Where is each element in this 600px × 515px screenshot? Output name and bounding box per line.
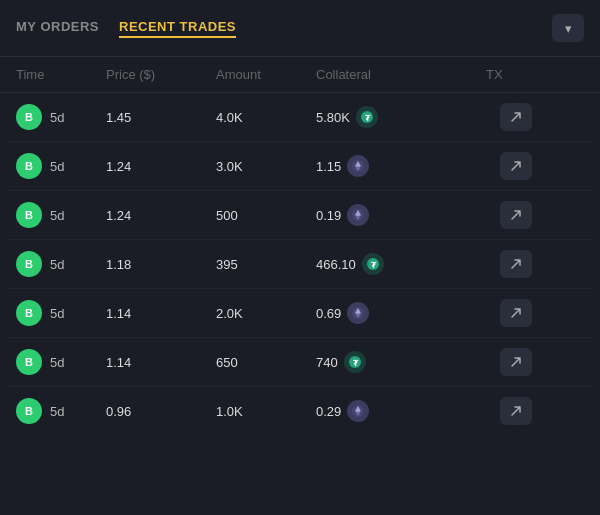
tx-link-button[interactable] <box>500 299 532 327</box>
trades-list: B 5d 1.45 4.0K 5.80K ₮ <box>0 93 600 435</box>
trade-time: 5d <box>50 404 64 419</box>
trade-row: B 5d 1.24 3.0K 1.15 <box>8 142 592 191</box>
tab-recent-trades[interactable]: RECENT TRADES <box>119 19 236 38</box>
tx-cell <box>486 152 546 180</box>
tx-link-button[interactable] <box>500 103 532 131</box>
trade-price: 1.45 <box>106 110 216 125</box>
col-tx: TX <box>486 67 546 82</box>
tx-cell <box>486 250 546 278</box>
chevron-down-icon: ▾ <box>565 21 572 36</box>
time-cell: B 5d <box>16 251 106 277</box>
collateral-value: 1.15 <box>316 159 341 174</box>
col-amount: Amount <box>216 67 316 82</box>
buy-badge: B <box>16 153 42 179</box>
tx-link-button[interactable] <box>500 348 532 376</box>
tether-icon: ₮ <box>362 253 384 275</box>
time-cell: B 5d <box>16 300 106 326</box>
buy-badge: B <box>16 251 42 277</box>
collateral-value: 0.29 <box>316 404 341 419</box>
trade-row: B 5d 0.96 1.0K 0.29 <box>8 387 592 435</box>
trade-collateral: 740 ₮ <box>316 351 486 373</box>
tether-icon: ₮ <box>356 106 378 128</box>
trade-row: B 5d 1.14 2.0K 0.69 <box>8 289 592 338</box>
trade-collateral: 0.29 <box>316 400 486 422</box>
tab-group: MY ORDERS RECENT TRADES <box>16 19 236 38</box>
trade-price: 1.24 <box>106 159 216 174</box>
eth-icon <box>347 302 369 324</box>
trade-collateral: 1.15 <box>316 155 486 177</box>
trade-time: 5d <box>50 257 64 272</box>
eth-icon <box>347 155 369 177</box>
trade-time: 5d <box>50 110 64 125</box>
tx-cell <box>486 201 546 229</box>
trade-amount: 650 <box>216 355 316 370</box>
trade-row: B 5d 1.45 4.0K 5.80K ₮ <box>8 93 592 142</box>
trade-price: 1.14 <box>106 306 216 321</box>
trade-time: 5d <box>50 159 64 174</box>
tx-link-button[interactable] <box>500 397 532 425</box>
trade-price: 1.24 <box>106 208 216 223</box>
trade-amount: 1.0K <box>216 404 316 419</box>
collateral-value: 466.10 <box>316 257 356 272</box>
trade-collateral: 0.19 <box>316 204 486 226</box>
dropdown-button[interactable]: ▾ <box>552 14 584 42</box>
trade-time: 5d <box>50 208 64 223</box>
trade-time: 5d <box>50 355 64 370</box>
trade-row: B 5d 1.14 650 740 ₮ <box>8 338 592 387</box>
collateral-value: 5.80K <box>316 110 350 125</box>
trade-amount: 395 <box>216 257 316 272</box>
trade-time: 5d <box>50 306 64 321</box>
tx-link-button[interactable] <box>500 201 532 229</box>
tx-cell <box>486 103 546 131</box>
col-time: Time <box>16 67 106 82</box>
time-cell: B 5d <box>16 153 106 179</box>
collateral-value: 740 <box>316 355 338 370</box>
trade-price: 1.14 <box>106 355 216 370</box>
eth-icon <box>347 204 369 226</box>
tab-my-orders[interactable]: MY ORDERS <box>16 19 99 38</box>
time-cell: B 5d <box>16 202 106 228</box>
buy-badge: B <box>16 104 42 130</box>
trade-amount: 2.0K <box>216 306 316 321</box>
trade-collateral: 0.69 <box>316 302 486 324</box>
tx-cell <box>486 397 546 425</box>
trade-collateral: 466.10 ₮ <box>316 253 486 275</box>
col-price: Price ($) <box>106 67 216 82</box>
column-headers: Time Price ($) Amount Collateral TX <box>0 57 600 93</box>
trade-collateral: 5.80K ₮ <box>316 106 486 128</box>
buy-badge: B <box>16 202 42 228</box>
collateral-value: 0.69 <box>316 306 341 321</box>
trade-row: B 5d 1.24 500 0.19 <box>8 191 592 240</box>
buy-badge: B <box>16 300 42 326</box>
buy-badge: B <box>16 349 42 375</box>
collateral-value: 0.19 <box>316 208 341 223</box>
tether-icon: ₮ <box>344 351 366 373</box>
tx-cell <box>486 299 546 327</box>
time-cell: B 5d <box>16 398 106 424</box>
trade-amount: 500 <box>216 208 316 223</box>
tx-link-button[interactable] <box>500 152 532 180</box>
tx-cell <box>486 348 546 376</box>
trade-amount: 4.0K <box>216 110 316 125</box>
tx-link-button[interactable] <box>500 250 532 278</box>
time-cell: B 5d <box>16 349 106 375</box>
trade-price: 0.96 <box>106 404 216 419</box>
header: MY ORDERS RECENT TRADES ▾ <box>0 0 600 57</box>
time-cell: B 5d <box>16 104 106 130</box>
buy-badge: B <box>16 398 42 424</box>
trade-price: 1.18 <box>106 257 216 272</box>
eth-icon <box>347 400 369 422</box>
col-collateral: Collateral <box>316 67 486 82</box>
trade-row: B 5d 1.18 395 466.10 ₮ <box>8 240 592 289</box>
trade-amount: 3.0K <box>216 159 316 174</box>
